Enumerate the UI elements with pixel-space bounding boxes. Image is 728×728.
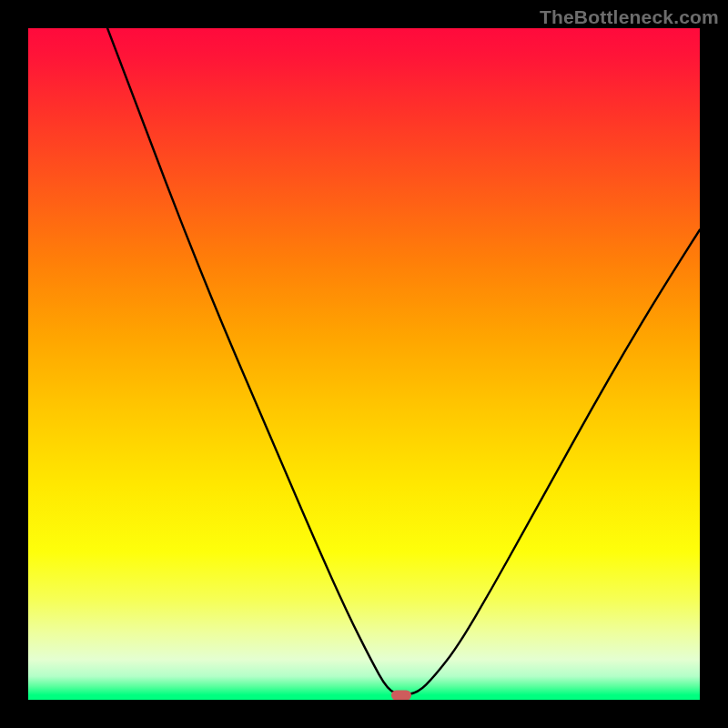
chart-frame: TheBottleneck.com <box>0 0 728 728</box>
curve-svg <box>28 28 700 700</box>
plot-area <box>28 28 700 700</box>
optimum-marker <box>391 690 411 700</box>
bottleneck-curve <box>107 28 700 694</box>
watermark-text: TheBottleneck.com <box>540 6 719 28</box>
